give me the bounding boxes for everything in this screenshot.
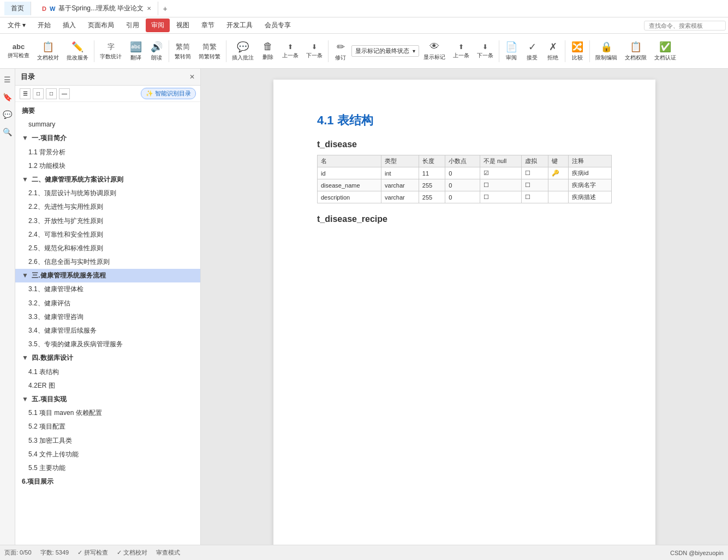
toc-tool-btn-4[interactable]: — bbox=[59, 88, 70, 99]
accept-button[interactable]: ✓ 接受 bbox=[522, 39, 542, 64]
translate-icon: 🔤 bbox=[130, 41, 142, 53]
sep4 bbox=[328, 40, 329, 62]
menu-start[interactable]: 开始 bbox=[32, 19, 56, 32]
toc-item-abstract[interactable]: 摘要 bbox=[15, 104, 200, 118]
toc-item-d26[interactable]: 2.6、信息全面与实时性原则 bbox=[15, 255, 200, 269]
track-changes-button[interactable]: ✏ 修订 bbox=[331, 39, 350, 64]
chevron-down-icon: ▾ bbox=[413, 48, 415, 54]
insert-comment-button[interactable]: 💬 插入批注 bbox=[229, 39, 257, 64]
toc-tool-btn-3[interactable]: □ bbox=[46, 88, 57, 99]
cell-virtual: ☐ bbox=[522, 179, 548, 191]
doc-page-1: 4.1 表结构 t_disease 名 类型 长度 小数点 不是 null 虚拟… bbox=[273, 80, 655, 545]
icon-annotation[interactable]: 💬 bbox=[1, 108, 14, 121]
toc-item-db42[interactable]: 4.2ER 图 bbox=[15, 379, 200, 393]
toc-item-f31[interactable]: 3.1、健康管理体检 bbox=[15, 282, 200, 296]
menu-layout[interactable]: 页面布局 bbox=[82, 19, 120, 32]
close-icon[interactable]: ✕ bbox=[189, 73, 195, 81]
menu-vip[interactable]: 会员专享 bbox=[259, 19, 296, 32]
tab-home[interactable]: 首页 bbox=[4, 2, 31, 15]
doc-content: 4.1 表结构 t_disease 名 类型 长度 小数点 不是 null 虚拟… bbox=[201, 69, 728, 545]
sidebar-icons: ☰ 🔖 💬 🔍 bbox=[0, 69, 15, 545]
menu-reference[interactable]: 引用 bbox=[121, 19, 145, 32]
toc-item-d22[interactable]: 2.2、先进性与实用性原则 bbox=[15, 200, 200, 214]
cell-len: 255 bbox=[419, 191, 445, 203]
toc-item-d25[interactable]: 2.5、规范化和标准性原则 bbox=[15, 242, 200, 255]
toc-item-db41[interactable]: 4.1 表结构 bbox=[15, 365, 200, 379]
page-content-1: 4.1 表结构 t_disease 名 类型 长度 小数点 不是 null 虚拟… bbox=[317, 112, 612, 262]
toc-item-impl[interactable]: ▼ 五.项目实现 bbox=[15, 393, 200, 406]
sep3 bbox=[226, 40, 226, 62]
correction-button[interactable]: ✏️ 批改服务 bbox=[63, 39, 92, 64]
tab-doc[interactable]: D W 基于Spring...理系统 毕业论文 ✕ bbox=[35, 2, 158, 15]
cell-len: 11 bbox=[419, 167, 445, 179]
toc-item-i55[interactable]: 5.5 主要功能 bbox=[15, 461, 200, 475]
word-count-button[interactable]: 字 字数统计 bbox=[97, 40, 125, 63]
doc-verify-icon: ✅ bbox=[659, 41, 671, 53]
toc-item-db[interactable]: ▼ 四.数据库设计 bbox=[15, 351, 200, 365]
toolbar: abc 拼写检查 📋 文档校对 ✏️ 批改服务 字 字数统计 🔤 翻译 🔊 朗读… bbox=[0, 34, 728, 69]
display-markup-dropdown[interactable]: 显示标记的最终状态 ▾ bbox=[351, 45, 419, 57]
menu-insert[interactable]: 插入 bbox=[57, 19, 81, 32]
lock-icon: 🔒 bbox=[600, 41, 612, 53]
review-button[interactable]: 📄 审阅 bbox=[502, 39, 521, 64]
toc-item-bg[interactable]: 1.1 背景分析 bbox=[15, 146, 200, 159]
icon-bookmark[interactable]: 🔖 bbox=[1, 91, 14, 104]
tab-doc-label: 基于Spring...理系统 毕业论文 bbox=[58, 4, 144, 13]
next-change-button[interactable]: ⬇ 下一条 bbox=[474, 41, 497, 62]
toc-item-intro[interactable]: ▼ 一.项目简介 bbox=[15, 131, 200, 145]
cell-key bbox=[548, 179, 568, 191]
close-icon[interactable]: ✕ bbox=[147, 5, 151, 11]
prev-change-button[interactable]: ⬆ 上一条 bbox=[450, 41, 473, 62]
search-input[interactable] bbox=[644, 21, 726, 31]
restrict-edit-button[interactable]: 🔒 限制编辑 bbox=[592, 39, 620, 64]
toc-item-design[interactable]: ▼ 二、健康管理系统方案设计原则 bbox=[15, 173, 200, 186]
toc-item-flow[interactable]: ▼ 三.健康管理系统服务流程 bbox=[15, 269, 200, 282]
menu-chapter[interactable]: 章节 bbox=[196, 19, 220, 32]
cell-comment: 疾病id bbox=[569, 167, 612, 179]
menu-view[interactable]: 视图 bbox=[171, 19, 195, 32]
menu-file[interactable]: 文件 ▾ bbox=[2, 19, 31, 32]
show-markup-button[interactable]: 👁 显示标记 bbox=[420, 39, 449, 63]
toc-item-d24[interactable]: 2.4、可靠性和安全性原则 bbox=[15, 228, 200, 242]
toc-item-i54[interactable]: 5.4 文件上传功能 bbox=[15, 448, 200, 461]
toc-item-f32[interactable]: 3.2、健康评估 bbox=[15, 297, 200, 310]
simp-to-trad-button[interactable]: 简繁 简繁转繁 bbox=[195, 40, 224, 63]
toc-item-f33[interactable]: 3.3、健康管理咨询 bbox=[15, 310, 200, 324]
smart-toc-button[interactable]: ✨ 智能识别目录 bbox=[141, 88, 196, 99]
prev-comment-button[interactable]: ⬆ 上一条 bbox=[279, 41, 302, 62]
prev-label: 上一条 bbox=[282, 52, 299, 59]
toc-item-d21[interactable]: 2.1、顶层设计与统筹协调原则 bbox=[15, 186, 200, 200]
read-aloud-button[interactable]: 🔊 朗读 bbox=[147, 39, 166, 64]
toc-tool-btn-2[interactable]: □ bbox=[33, 88, 44, 99]
toc-item-i51[interactable]: 5.1 项目 maven 依赖配置 bbox=[15, 406, 200, 420]
toc-item-d23[interactable]: 2.3、开放性与扩充性原则 bbox=[15, 214, 200, 228]
menu-review[interactable]: 审阅 bbox=[146, 19, 170, 32]
translate-button[interactable]: 🔤 翻译 bbox=[126, 39, 146, 64]
toc-item-func[interactable]: 1.2 功能模块 bbox=[15, 159, 200, 173]
toc-tool-btn-1[interactable]: ☰ bbox=[20, 88, 31, 99]
doc-check-button[interactable]: 📋 文档校对 bbox=[34, 39, 62, 64]
spell-check-button[interactable]: abc 拼写检查 bbox=[4, 40, 33, 62]
doc-check-status: ✓ 文档校对 bbox=[117, 549, 147, 557]
tab-add[interactable]: + bbox=[163, 4, 167, 13]
icon-nav[interactable]: ☰ bbox=[2, 73, 13, 86]
toc-item-i53[interactable]: 5.3 加密工具类 bbox=[15, 434, 200, 448]
cell-type: varchar bbox=[381, 191, 419, 203]
toc-item-f35[interactable]: 3.5、专项的健康及疾病管理服务 bbox=[15, 338, 200, 351]
menu-dev[interactable]: 开发工具 bbox=[221, 19, 258, 32]
compare-button[interactable]: 🔀 比较 bbox=[568, 39, 587, 64]
toc-item-showcase[interactable]: 6.项目展示 bbox=[15, 475, 200, 489]
trad-to-simp-button[interactable]: 繁简 繁转简 bbox=[171, 40, 194, 63]
cell-notnull: ☐ bbox=[480, 179, 521, 191]
toc-item-i52[interactable]: 5.2 项目配置 bbox=[15, 420, 200, 433]
icon-search[interactable]: 🔍 bbox=[1, 125, 14, 139]
toc-item-summary[interactable]: summary bbox=[15, 118, 200, 131]
next-comment-button[interactable]: ⬇ 下一条 bbox=[303, 41, 326, 62]
doc-verify-button[interactable]: ✅ 文档认证 bbox=[651, 39, 679, 64]
doc-permission-button[interactable]: 📋 文档权限 bbox=[622, 39, 650, 64]
status-bar: 页面: 0/50 字数: 5349 ✓ 拼写检查 ✓ 文档校对 审查模式 CSD… bbox=[0, 545, 728, 560]
delete-comment-button[interactable]: 🗑 删除 bbox=[258, 39, 278, 63]
toc-item-f34[interactable]: 3.4、健康管理后续服务 bbox=[15, 324, 200, 338]
next-change-icon: ⬇ bbox=[482, 43, 488, 51]
reject-button[interactable]: ✗ 拒绝 bbox=[543, 39, 563, 64]
